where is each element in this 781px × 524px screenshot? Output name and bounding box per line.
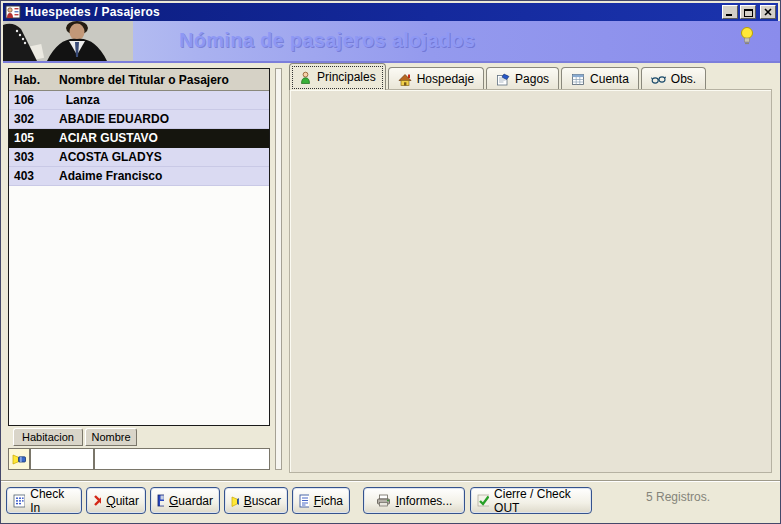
guardar-label: Guardar [169, 494, 213, 508]
quitar-label: Quitar [106, 494, 139, 508]
filter-tab-nombre[interactable]: Nombre [85, 428, 137, 446]
room-number: 303 [9, 150, 59, 164]
green-check-icon [477, 494, 489, 507]
guests-photo [3, 21, 133, 61]
quick-search-icon-cell [8, 448, 30, 470]
check-in-form-icon [13, 494, 25, 508]
vertical-scrollbar[interactable] [275, 68, 282, 470]
minimize-icon [726, 8, 734, 16]
guest-name: ABADIE EDUARDO [59, 112, 169, 126]
lightbulb-icon[interactable] [740, 27, 754, 45]
buscar-label: Buscar [244, 494, 281, 508]
room-number: 106 [9, 93, 59, 107]
table-row[interactable]: 302 ABADIE EDUARDO [9, 110, 269, 129]
tab-obs[interactable]: Obs. [641, 67, 706, 90]
save-floppy-icon [157, 494, 164, 507]
buscar-button[interactable]: Buscar [224, 487, 288, 514]
app-window: Huespedes / Pasajeros Nómin [0, 0, 781, 524]
detail-tabbar: Principales Hospedaje Pagos [289, 63, 708, 90]
guest-name: ACIAR GUSTAVO [59, 131, 158, 145]
room-number: 403 [9, 169, 59, 183]
column-header-hab: Hab. [9, 73, 59, 87]
flashlight-icon [12, 452, 26, 466]
quick-search-input-name[interactable] [94, 448, 270, 470]
guest-table-header: Hab. Nombre del Titular o Pasajero [9, 69, 269, 91]
person-icon [299, 71, 312, 84]
tab-label: Pagos [515, 72, 549, 86]
tab-pagos[interactable]: Pagos [486, 67, 559, 90]
ledger-table-icon [571, 73, 585, 86]
tab-principales[interactable]: Principales [289, 63, 386, 90]
check-in-label: Check In [30, 487, 75, 515]
tab-label: Cuenta [590, 72, 629, 86]
guest-name: Lanza [59, 93, 100, 107]
minimize-button[interactable] [722, 5, 738, 19]
close-button[interactable] [760, 5, 776, 19]
guest-name: Adaime Francisco [59, 169, 162, 183]
page-title: Nómina de pasajeros alojados [179, 29, 475, 52]
window-title: Huespedes / Pasajeros [25, 5, 160, 19]
title-bar[interactable]: Huespedes / Pasajeros [3, 3, 778, 21]
quick-search-input-hab[interactable] [30, 448, 94, 470]
informes-button[interactable]: Informes... [363, 487, 465, 514]
room-number: 302 [9, 112, 59, 126]
tab-hospedaje[interactable]: Hospedaje [388, 67, 484, 90]
table-row[interactable]: 303 ACOSTA GLADYS [9, 148, 269, 167]
house-icon [398, 73, 412, 86]
column-header-name: Nombre del Titular o Pasajero [59, 73, 229, 87]
flashlight-icon [231, 494, 239, 508]
tab-label: Principales [317, 70, 376, 84]
toolbar-separator [1, 480, 781, 482]
document-icon [299, 494, 309, 508]
table-row[interactable]: 106 Lanza [9, 91, 269, 110]
payments-icon [496, 73, 510, 86]
filter-tab-habitacion[interactable]: Habitacion [13, 428, 83, 446]
record-count: 5 Registros. [646, 490, 710, 504]
cierre-label: Cierre / Check OUT [494, 487, 585, 515]
tab-panel-principales [289, 89, 772, 473]
cierre-checkout-button[interactable]: Cierre / Check OUT [470, 487, 592, 514]
table-row[interactable]: 403 Adaime Francisco [9, 167, 269, 186]
close-icon [764, 8, 772, 16]
red-x-icon [93, 494, 101, 507]
informes-label: Informes... [396, 494, 453, 508]
table-row-selected[interactable]: 105 ACIAR GUSTAVO [9, 129, 269, 148]
maximize-icon [744, 8, 753, 17]
tab-cuenta[interactable]: Cuenta [561, 67, 639, 90]
room-number: 105 [9, 131, 59, 145]
glasses-icon [651, 73, 666, 85]
maximize-button[interactable] [740, 5, 756, 19]
tab-label: Obs. [671, 72, 696, 86]
header-banner: Nómina de pasajeros alojados [3, 21, 780, 63]
printer-icon [376, 494, 391, 507]
ficha-button[interactable]: Ficha [292, 487, 350, 514]
ficha-label: Ficha [314, 494, 343, 508]
guest-name: ACOSTA GLADYS [59, 150, 162, 164]
guest-table: Hab. Nombre del Titular o Pasajero 106 L… [8, 68, 270, 426]
app-icon [5, 5, 21, 19]
tab-label: Hospedaje [417, 72, 474, 86]
guardar-button[interactable]: Guardar [150, 487, 220, 514]
check-in-button[interactable]: Check In [6, 487, 82, 514]
quitar-button[interactable]: Quitar [86, 487, 146, 514]
